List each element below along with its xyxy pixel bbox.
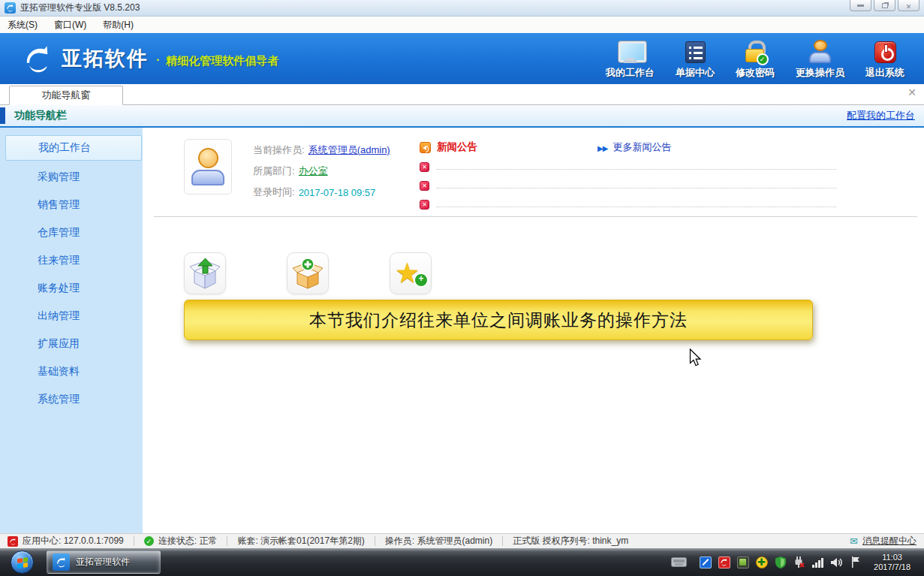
app-center-logo-icon (8, 536, 18, 547)
toolbar-label: 更换操作员 (796, 66, 844, 80)
news-item[interactable] (420, 192, 913, 211)
start-button[interactable] (11, 550, 34, 574)
action-center-flag-icon[interactable] (849, 556, 862, 568)
operator-info: 当前操作员: 系统管理员(admin) 所属部门: 办公室 登录时间: 2017… (253, 137, 403, 212)
star-plus-icon (395, 258, 426, 288)
sidebar-item-purchase-mgmt[interactable]: 采购管理 (0, 163, 143, 191)
menu-window[interactable]: 窗口(W) (54, 19, 86, 32)
workspace: 当前操作员: 系统管理员(admin) 所属部门: 办公室 登录时间: 2017… (143, 128, 924, 533)
document-list-icon (685, 41, 706, 63)
department-value-link[interactable]: 办公室 (299, 164, 328, 178)
sidebar-item-my-workbench[interactable]: 我的工作台 (5, 135, 142, 161)
news-item-line (437, 169, 836, 170)
minimize-icon (857, 5, 864, 7)
tabstrip-close-icon[interactable] (907, 87, 916, 98)
restore-icon (882, 3, 888, 8)
user-info-panel: 当前操作员: 系统管理员(admin) 所属部门: 办公室 登录时间: 2017… (143, 128, 924, 212)
status-bar: 应用中心: 127.0.0.1:7099 连接状态: 正常 账套: 演示帐套01… (0, 533, 924, 548)
toolbar-my-workbench[interactable]: 我的工作台 (606, 38, 655, 80)
toolbar-label: 退出系统 (865, 66, 904, 80)
toolbar-document-center[interactable]: 单据中心 (676, 38, 715, 80)
close-icon (906, 0, 912, 12)
box-plus-icon (291, 258, 324, 289)
package-tray-icon[interactable] (736, 556, 749, 568)
toolbar-label: 我的工作台 (606, 66, 655, 80)
app-logo-icon (5, 2, 16, 14)
license-text: 正式版 授权序列号: think_ym (513, 535, 628, 547)
status-license: 正式版 授权序列号: think_ym (513, 535, 628, 547)
news-item[interactable] (420, 155, 913, 173)
more-news-link[interactable]: 更多新闻公告 (597, 140, 671, 154)
menu-system[interactable]: 系统(S) (8, 19, 38, 32)
sidebar-item-extended-apps[interactable]: 扩展应用 (0, 330, 143, 357)
brand-logo-icon (21, 44, 54, 74)
status-account-set: 账套: 演示帐套01(2017年第2期) (237, 535, 364, 547)
input-tool-icon[interactable] (699, 556, 712, 568)
toolbar-exit-system[interactable]: 退出系统 (865, 38, 904, 80)
yatuo-tray-icon[interactable] (718, 556, 730, 568)
operator-text: 操作员: 系统管理员(admin) (385, 535, 492, 547)
operator-label: 当前操作员: (253, 143, 305, 157)
toolbar-change-password[interactable]: 修改密码 (736, 38, 775, 80)
news-item[interactable] (420, 173, 913, 192)
monitor-icon (618, 41, 643, 63)
message-center-link[interactable]: 消息提醒中心 (850, 535, 916, 547)
tab-strip: 功能导航窗 (0, 84, 924, 105)
shortcut-inbound-box[interactable] (287, 252, 329, 294)
shield-icon[interactable] (774, 556, 787, 568)
application-window: 亚拓管理软件专业版 V8.5.203 系统(S) 窗口(W) 帮助(H) 亚拓软… (0, 0, 924, 576)
window-title: 亚拓管理软件专业版 V8.5.203 (20, 2, 140, 14)
news-title: 新闻公告 (437, 140, 477, 154)
avatar-head (198, 148, 218, 168)
taskbar: 亚拓管理软件 ✚ 1 (0, 548, 924, 576)
operator-value-link[interactable]: 系统管理员(admin) (309, 143, 390, 157)
toolbar-switch-operator[interactable]: 更换操作员 (796, 38, 844, 80)
close-button[interactable] (898, 0, 919, 11)
clock-date: 2017/7/18 (874, 562, 910, 572)
connection-text: 连接状态: 正常 (158, 535, 218, 547)
nav-marker (0, 107, 5, 124)
taskbar-app-label: 亚拓管理软件 (76, 556, 130, 568)
restore-button[interactable] (874, 0, 895, 11)
sidebar-item-partner-mgmt[interactable]: 往来管理 (0, 246, 143, 274)
status-separator (375, 536, 375, 546)
department-label: 所属部门: (253, 164, 295, 178)
login-time-value: 2017-07-18 09:57 (299, 187, 376, 198)
shortcut-add-favorite[interactable] (390, 252, 432, 294)
tab-function-nav[interactable]: 功能导航窗 (9, 86, 123, 105)
sidebar-item-warehouse-mgmt[interactable]: 仓库管理 (0, 219, 143, 246)
status-app-center: 应用中心: 127.0.0.1:7099 (8, 535, 124, 547)
tutorial-banner: 本节我们介绍往来单位之间调账业务的操作方法 (184, 300, 813, 340)
status-separator (227, 536, 227, 546)
sidebar-item-sales-mgmt[interactable]: 销售管理 (0, 191, 143, 219)
news-item-line (437, 207, 836, 207)
minimize-button[interactable] (850, 0, 871, 11)
lock-check-icon (744, 41, 767, 63)
app-center-text: 应用中心: 127.0.0.1:7099 (23, 535, 124, 547)
taskbar-app-button[interactable]: 亚拓管理软件 (47, 550, 161, 574)
network-disconnected-icon[interactable] (793, 556, 805, 568)
brand-slogan: 精细化管理软件倡导者 (166, 54, 278, 68)
shortcut-outbound-box[interactable] (184, 252, 226, 294)
taskbar-clock[interactable]: 11:03 2017/7/18 (874, 553, 910, 572)
news-item-line (437, 188, 836, 188)
menu-help[interactable]: 帮助(H) (103, 19, 134, 32)
signal-strength-icon[interactable] (811, 556, 824, 568)
sidebar-item-accounting[interactable]: 账务处理 (0, 274, 143, 302)
configure-workbench-link[interactable]: 配置我的工作台 (847, 109, 915, 122)
sidebar-item-base-data[interactable]: 基础资料 (0, 357, 143, 385)
avatar-body (191, 170, 224, 185)
sidebar-item-cashier-mgmt[interactable]: 出纳管理 (0, 302, 143, 330)
system-tray: ✚ 11:03 2017/7/18 (671, 553, 918, 572)
keyboard-icon[interactable] (671, 556, 687, 568)
sidebar-item-system-mgmt[interactable]: 系统管理 (0, 385, 143, 413)
function-nav-bar: 功能导航栏 配置我的工作台 (0, 105, 924, 128)
volume-icon[interactable] (830, 556, 843, 568)
news-bullet-icon (420, 162, 429, 172)
menu-bar: 系统(S) 窗口(W) 帮助(H) (0, 17, 924, 33)
news-bullet-icon (420, 181, 429, 191)
antivirus-plus-icon[interactable]: ✚ (755, 556, 768, 568)
brand-separator: · (156, 53, 160, 67)
clock-time: 11:03 (874, 553, 910, 562)
nav-title: 功能导航栏 (14, 109, 67, 122)
